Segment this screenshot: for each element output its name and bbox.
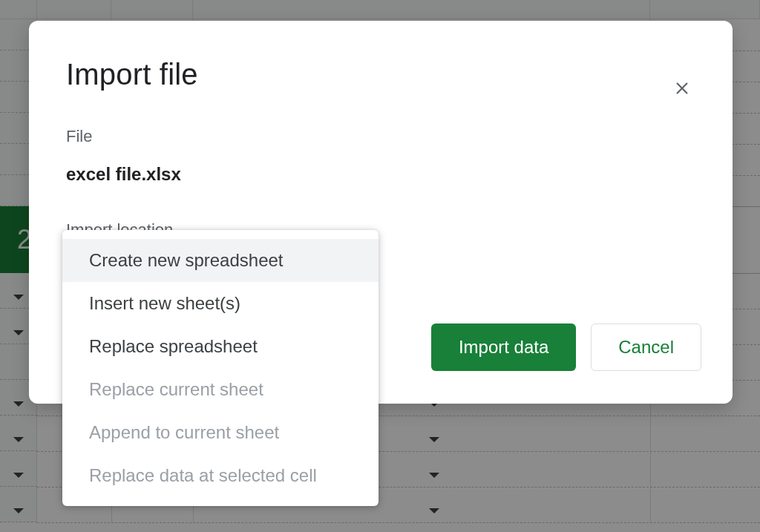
cancel-button[interactable]: Cancel xyxy=(591,324,701,371)
close-icon xyxy=(674,78,690,100)
close-button[interactable] xyxy=(667,74,697,104)
import-data-button[interactable]: Import data xyxy=(431,324,576,371)
dialog-actions: Import data Cancel xyxy=(431,324,701,371)
menu-item-create-new-spreadsheet[interactable]: Create new spreadsheet xyxy=(62,239,379,282)
import-location-dropdown: Create new spreadsheet Insert new sheet(… xyxy=(62,230,379,506)
menu-item-replace-current-sheet: Replace current sheet xyxy=(62,368,379,411)
menu-item-replace-data-at-selected-cell: Replace data at selected cell xyxy=(62,454,379,497)
menu-item-label: Replace current sheet xyxy=(89,379,263,400)
button-label: Cancel xyxy=(618,337,674,358)
menu-item-append-to-current-sheet: Append to current sheet xyxy=(62,411,379,454)
button-label: Import data xyxy=(459,337,548,358)
menu-item-label: Insert new sheet(s) xyxy=(89,293,240,314)
menu-item-label: Replace spreadsheet xyxy=(89,336,258,357)
file-name: excel file.xlsx xyxy=(66,164,695,185)
menu-item-label: Append to current sheet xyxy=(89,422,279,443)
menu-item-insert-new-sheets[interactable]: Insert new sheet(s) xyxy=(62,282,379,325)
menu-item-replace-spreadsheet[interactable]: Replace spreadsheet xyxy=(62,325,379,368)
menu-item-label: Create new spreadsheet xyxy=(89,250,284,271)
menu-item-label: Replace data at selected cell xyxy=(89,465,317,486)
dialog-title: Import file xyxy=(66,58,695,91)
file-label: File xyxy=(66,127,695,146)
